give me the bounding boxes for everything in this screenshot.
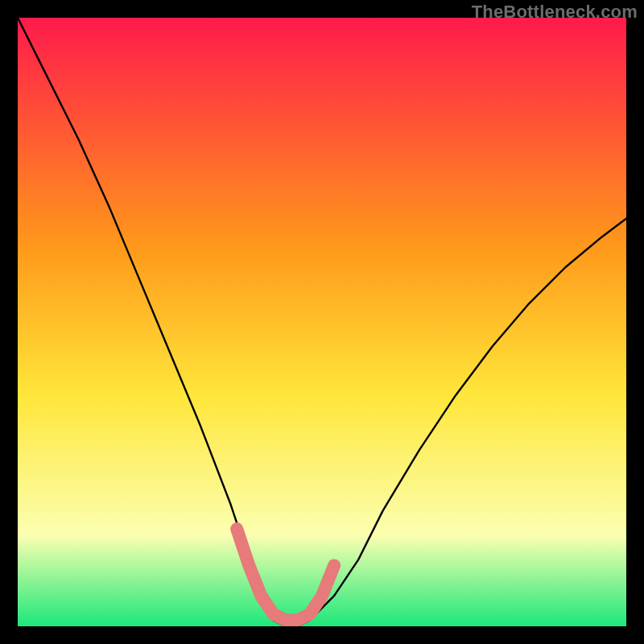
plot-svg [18, 18, 626, 626]
plot-area [18, 18, 626, 626]
chart-frame: TheBottleneck.com [0, 0, 644, 644]
gradient-background [18, 18, 626, 626]
